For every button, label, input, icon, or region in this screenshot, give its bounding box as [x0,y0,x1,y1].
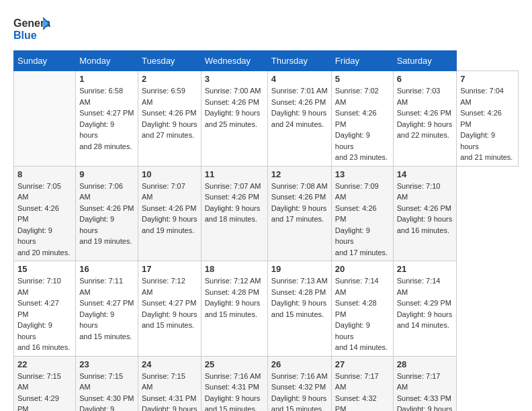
calendar-day-cell: 26Sunrise: 7:16 AM Sunset: 4:32 PM Dayli… [267,356,331,411]
calendar-day-cell: 13Sunrise: 7:09 AM Sunset: 4:26 PM Dayli… [331,166,393,261]
day-info: Sunrise: 7:05 AM Sunset: 4:26 PM Dayligh… [17,181,72,259]
day-number: 16 [79,264,134,274]
day-number: 15 [17,264,72,274]
calendar-week-row: 15Sunrise: 7:10 AM Sunset: 4:27 PM Dayli… [14,261,519,357]
day-info: Sunrise: 7:06 AM Sunset: 4:26 PM Dayligh… [79,181,134,247]
calendar-day-cell: 18Sunrise: 7:12 AM Sunset: 4:28 PM Dayli… [201,261,267,357]
calendar-day-cell: 4Sunrise: 7:01 AM Sunset: 4:26 PM Daylig… [267,71,331,167]
calendar-day-cell: 11Sunrise: 7:07 AM Sunset: 4:26 PM Dayli… [201,166,267,261]
day-info: Sunrise: 6:58 AM Sunset: 4:27 PM Dayligh… [79,85,134,152]
calendar-day-cell: 1Sunrise: 6:58 AM Sunset: 4:27 PM Daylig… [76,71,138,167]
calendar-day-cell: 23Sunrise: 7:15 AM Sunset: 4:30 PM Dayli… [76,356,138,411]
calendar-day-cell: 28Sunrise: 7:17 AM Sunset: 4:33 PM Dayli… [393,356,456,411]
calendar-day-cell: 10Sunrise: 7:07 AM Sunset: 4:26 PM Dayli… [138,166,201,261]
day-number: 22 [17,359,72,369]
day-info: Sunrise: 7:16 AM Sunset: 4:32 PM Dayligh… [271,371,328,412]
day-number: 7 [460,74,515,84]
day-info: Sunrise: 7:15 AM Sunset: 4:31 PM Dayligh… [142,371,197,412]
day-number: 28 [397,359,453,369]
day-info: Sunrise: 7:07 AM Sunset: 4:26 PM Dayligh… [205,181,264,225]
day-of-week-header: Monday [76,51,138,71]
svg-text:Blue: Blue [13,30,37,41]
day-number: 5 [335,74,390,84]
calendar-day-cell: 15Sunrise: 7:10 AM Sunset: 4:27 PM Dayli… [14,261,76,357]
logo: General Blue [13,13,50,44]
day-number: 14 [397,169,453,179]
day-info: Sunrise: 7:10 AM Sunset: 4:26 PM Dayligh… [397,181,453,236]
day-number: 1 [79,74,134,84]
calendar-day-cell: 14Sunrise: 7:10 AM Sunset: 4:26 PM Dayli… [393,166,456,261]
day-info: Sunrise: 7:17 AM Sunset: 4:32 PM Dayligh… [335,371,390,412]
day-info: Sunrise: 7:14 AM Sunset: 4:28 PM Dayligh… [335,275,390,353]
day-of-week-header: Sunday [14,51,76,71]
day-of-week-header: Saturday [393,51,456,71]
day-info: Sunrise: 7:04 AM Sunset: 4:26 PM Dayligh… [460,85,515,163]
day-number: 13 [335,169,390,179]
day-of-week-header: Wednesday [201,51,267,71]
calendar-day-cell: 24Sunrise: 7:15 AM Sunset: 4:31 PM Dayli… [138,356,201,411]
day-info: Sunrise: 7:10 AM Sunset: 4:27 PM Dayligh… [17,275,72,353]
day-info: Sunrise: 7:00 AM Sunset: 4:26 PM Dayligh… [205,85,264,130]
day-info: Sunrise: 7:15 AM Sunset: 4:29 PM Dayligh… [17,371,72,412]
calendar-header-row: SundayMondayTuesdayWednesdayThursdayFrid… [14,51,519,71]
logo-icon: General Blue [13,13,50,44]
day-info: Sunrise: 7:09 AM Sunset: 4:26 PM Dayligh… [335,181,390,259]
day-number: 27 [335,359,390,369]
calendar-week-row: 8Sunrise: 7:05 AM Sunset: 4:26 PM Daylig… [14,166,519,261]
calendar-day-cell: 21Sunrise: 7:14 AM Sunset: 4:29 PM Dayli… [393,261,456,357]
day-number: 21 [397,264,453,274]
day-info: Sunrise: 7:07 AM Sunset: 4:26 PM Dayligh… [142,181,197,236]
calendar-day-cell: 3Sunrise: 7:00 AM Sunset: 4:26 PM Daylig… [201,71,267,167]
day-info: Sunrise: 7:12 AM Sunset: 4:27 PM Dayligh… [142,275,197,331]
day-number: 12 [271,169,328,179]
day-info: Sunrise: 7:16 AM Sunset: 4:31 PM Dayligh… [205,371,264,412]
day-info: Sunrise: 7:14 AM Sunset: 4:29 PM Dayligh… [397,275,453,331]
day-info: Sunrise: 7:03 AM Sunset: 4:26 PM Dayligh… [397,85,453,141]
day-info: Sunrise: 7:12 AM Sunset: 4:28 PM Dayligh… [205,275,264,320]
calendar-table: SundayMondayTuesdayWednesdayThursdayFrid… [13,50,519,411]
day-info: Sunrise: 7:17 AM Sunset: 4:33 PM Dayligh… [397,371,453,412]
day-number: 19 [271,264,328,274]
day-number: 17 [142,264,197,274]
calendar-day-cell: 8Sunrise: 7:05 AM Sunset: 4:26 PM Daylig… [14,166,76,261]
day-info: Sunrise: 7:08 AM Sunset: 4:26 PM Dayligh… [271,181,328,225]
day-number: 9 [79,169,134,179]
day-number: 2 [142,74,197,84]
calendar-day-cell: 22Sunrise: 7:15 AM Sunset: 4:29 PM Dayli… [14,356,76,411]
calendar-day-cell: 25Sunrise: 7:16 AM Sunset: 4:31 PM Dayli… [201,356,267,411]
day-number: 8 [17,169,72,179]
calendar-day-cell: 6Sunrise: 7:03 AM Sunset: 4:26 PM Daylig… [393,71,456,167]
empty-cell [14,71,76,167]
day-number: 23 [79,359,134,369]
day-number: 26 [271,359,328,369]
day-of-week-header: Tuesday [138,51,201,71]
day-number: 6 [397,74,453,84]
calendar-day-cell: 16Sunrise: 7:11 AM Sunset: 4:27 PM Dayli… [76,261,138,357]
day-info: Sunrise: 7:01 AM Sunset: 4:26 PM Dayligh… [271,85,328,130]
day-info: Sunrise: 7:15 AM Sunset: 4:30 PM Dayligh… [79,371,134,412]
calendar-week-row: 22Sunrise: 7:15 AM Sunset: 4:29 PM Dayli… [14,356,519,411]
calendar-week-row: 1Sunrise: 6:58 AM Sunset: 4:27 PM Daylig… [14,71,519,167]
day-number: 10 [142,169,197,179]
day-of-week-header: Friday [331,51,393,71]
day-number: 11 [205,169,264,179]
day-number: 20 [335,264,390,274]
day-info: Sunrise: 7:13 AM Sunset: 4:28 PM Dayligh… [271,275,328,320]
day-number: 25 [205,359,264,369]
day-of-week-header: Thursday [267,51,331,71]
day-info: Sunrise: 7:11 AM Sunset: 4:27 PM Dayligh… [79,275,134,342]
calendar-day-cell: 27Sunrise: 7:17 AM Sunset: 4:32 PM Dayli… [331,356,393,411]
day-info: Sunrise: 6:59 AM Sunset: 4:26 PM Dayligh… [142,85,197,141]
day-number: 3 [205,74,264,84]
calendar-day-cell: 2Sunrise: 6:59 AM Sunset: 4:26 PM Daylig… [138,71,201,167]
calendar-day-cell: 9Sunrise: 7:06 AM Sunset: 4:26 PM Daylig… [76,166,138,261]
day-number: 24 [142,359,197,369]
calendar-day-cell: 12Sunrise: 7:08 AM Sunset: 4:26 PM Dayli… [267,166,331,261]
day-info: Sunrise: 7:02 AM Sunset: 4:26 PM Dayligh… [335,85,390,163]
calendar-day-cell: 17Sunrise: 7:12 AM Sunset: 4:27 PM Dayli… [138,261,201,357]
calendar-day-cell: 19Sunrise: 7:13 AM Sunset: 4:28 PM Dayli… [267,261,331,357]
page-header: General Blue [13,13,519,44]
calendar-day-cell: 5Sunrise: 7:02 AM Sunset: 4:26 PM Daylig… [331,71,393,167]
calendar-day-cell: 7Sunrise: 7:04 AM Sunset: 4:26 PM Daylig… [457,71,519,167]
calendar-day-cell: 20Sunrise: 7:14 AM Sunset: 4:28 PM Dayli… [331,261,393,357]
